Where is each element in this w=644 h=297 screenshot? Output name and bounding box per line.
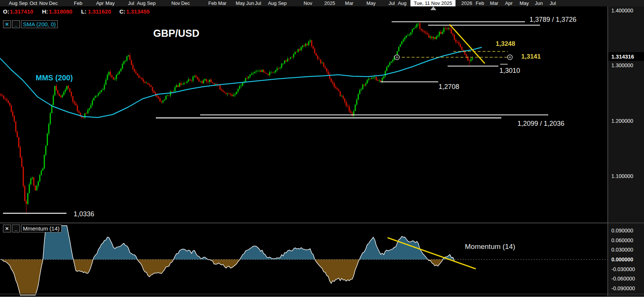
timeline-month: Sep [147,0,155,6]
timeline-month: Apr [505,0,513,6]
annotation-label: 1,3141 [521,53,541,60]
ohlc-label-l: L: [81,8,86,15]
momentum-axis-tick: 0.030000 [611,247,633,253]
sma-series-label: MMS (200) [36,74,73,82]
timeline-month: Mar [490,0,498,6]
timeline-month: May [106,0,115,6]
ohlc-value-3: 1.313455 [126,8,150,15]
timeline-month: Jun [246,0,254,6]
timeline-month: Dec [181,0,190,6]
price-axis-tick: 1.300000 [611,62,633,68]
ohlc-value-1: 1.318080 [49,8,72,15]
timeline-month: Nov [39,0,48,6]
timeline-month: Aug [398,0,406,6]
price-axis-tick: 1.200000 [611,118,633,124]
current-price-badge: 1.314316 [608,52,644,61]
price-axis-tick: 1.400000 [611,8,633,14]
annotation-label: 1,3010 [499,67,520,75]
time-axis[interactable]: Tue, 11 Nov 2025 AugSepOctNovDecFebAprMa… [0,0,644,6]
timeline-month: Jul [550,0,556,6]
sma-chip-label[interactable]: SMA (200, 0) [21,20,58,28]
sma-close-button[interactable]: ✕ [3,20,11,28]
timeline-month: Nov [303,0,312,6]
annotation-label: 1,3248 [496,40,515,48]
sma-chip: ✕ _ SMA (200, 0) [3,20,58,28]
price-axis-tick: 1.100000 [611,173,633,179]
timeline-month: Mar [345,0,353,6]
timeline-month: Aug [9,0,17,6]
timeline-month: Feb [208,0,217,6]
timeline-month: Jul [255,0,261,6]
timeline-month: Sep [19,0,27,6]
annotation-label: 1,0336 [74,210,94,218]
momentum-chip: ✕ _ Mmentum (14) [3,225,62,232]
timeline-month: Feb [476,0,484,6]
timeline-month: Jul [389,0,395,6]
momentum-axis-tick: 0.090000 [611,228,633,234]
timeline-month: Sep [278,0,287,6]
momentum-minimize-button[interactable]: _ [12,225,20,232]
ohlc-value-0: 1.317410 [10,8,33,15]
momentum-axis-tick: -0.060000 [611,276,635,282]
date-pointer-icon [430,6,436,10]
sma-minimize-button[interactable]: _ [12,20,20,28]
main-chart-svg [0,0,644,297]
trading-chart-window: Tue, 11 Nov 2025 AugSepOctNovDecFebAprMa… [0,0,644,297]
timeline-month: Jun [535,0,543,6]
momentum-series-label: Momentum (14) [465,243,515,251]
timeline-month: Mar [218,0,226,6]
annotation-label: 1,2708 [439,83,459,91]
momentum-axis-tick: 0.060000 [611,237,633,243]
date-highlight-label: Tue, 11 Nov 2025 [414,0,452,6]
momentum-axis-tick: 0.000000 [611,256,633,262]
current-price-value: 1.314316 [611,54,634,60]
timeline-month: May [520,0,529,6]
timeline-month: 2026 [462,0,472,6]
timeline-month: Oct [30,0,37,6]
momentum-axis-tick: -0.090000 [611,285,635,291]
ohlc-label-h: H: [42,8,48,15]
timeline-month: Aug [268,0,276,6]
timeline-month: Feb [74,0,82,6]
timeline-month: Nov [171,0,180,6]
annotation-label: 1,3789 / 1,3726 [529,16,576,24]
momentum-chip-label[interactable]: Mmentum (14) [21,225,62,232]
timeline-month: 2025 [324,0,335,6]
ohlc-label-c: C: [119,8,125,15]
momentum-axis-tick: -0.030000 [611,266,635,272]
timeline-month: Aug [137,0,145,6]
timeline-month: Jul [128,0,134,6]
timeline-month: May [236,0,245,6]
symbol-title: GBP/USD [153,28,199,39]
ohlc-value-2: 1.311620 [88,8,111,15]
timeline-month: Apr [96,0,104,6]
timeline-month: May [366,0,376,6]
ohlc-label-o: O: [3,8,9,15]
date-highlight-badge: Tue, 11 Nov 2025 [410,0,455,6]
timeline-month: Dec [49,0,57,6]
momentum-close-button[interactable]: ✕ [3,225,11,232]
annotation-label: 1,2099 / 1,2036 [517,120,564,128]
